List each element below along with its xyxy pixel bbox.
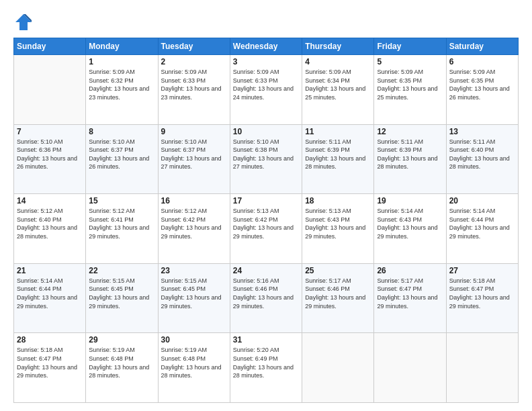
calendar-cell: 7Sunrise: 5:10 AMSunset: 6:36 PMDaylight… <box>14 124 86 194</box>
cell-sun-info: Sunrise: 5:13 AMSunset: 6:43 PMDaylight:… <box>305 207 371 240</box>
calendar-cell: 4Sunrise: 5:09 AMSunset: 6:34 PMDaylight… <box>302 55 374 125</box>
cell-sun-info: Sunrise: 5:09 AMSunset: 6:34 PMDaylight:… <box>305 68 371 101</box>
calendar-table: SundayMondayTuesdayWednesdayThursdayFrid… <box>13 38 519 403</box>
day-number: 13 <box>449 127 515 136</box>
calendar-cell: 24Sunrise: 5:16 AMSunset: 6:46 PMDayligh… <box>230 263 302 333</box>
calendar-cell: 20Sunrise: 5:14 AMSunset: 6:44 PMDayligh… <box>446 194 518 264</box>
calendar-week-row: 21Sunrise: 5:14 AMSunset: 6:44 PMDayligh… <box>14 263 519 333</box>
calendar-cell: 31Sunrise: 5:20 AMSunset: 6:49 PMDayligh… <box>230 333 302 403</box>
day-number: 11 <box>305 127 371 136</box>
day-number: 29 <box>89 335 154 345</box>
calendar-day-header: Tuesday <box>158 38 230 55</box>
cell-sun-info: Sunrise: 5:17 AMSunset: 6:47 PMDaylight:… <box>377 277 443 310</box>
svg-marker-0 <box>15 14 32 30</box>
calendar-day-header: Monday <box>86 38 158 55</box>
calendar-cell <box>374 333 446 403</box>
logo-icon <box>13 12 34 32</box>
day-number: 6 <box>449 57 515 66</box>
cell-sun-info: Sunrise: 5:13 AMSunset: 6:42 PMDaylight:… <box>233 207 299 240</box>
calendar-cell: 26Sunrise: 5:17 AMSunset: 6:47 PMDayligh… <box>374 263 446 333</box>
calendar-day-header: Friday <box>374 38 446 55</box>
cell-sun-info: Sunrise: 5:15 AMSunset: 6:45 PMDaylight:… <box>161 277 227 310</box>
calendar-cell: 29Sunrise: 5:19 AMSunset: 6:48 PMDayligh… <box>86 333 158 403</box>
day-number: 23 <box>161 266 227 275</box>
cell-sun-info: Sunrise: 5:09 AMSunset: 6:32 PMDaylight:… <box>89 68 154 101</box>
cell-sun-info: Sunrise: 5:15 AMSunset: 6:45 PMDaylight:… <box>89 277 154 310</box>
calendar-cell: 6Sunrise: 5:09 AMSunset: 6:35 PMDaylight… <box>446 55 518 125</box>
day-number: 16 <box>161 196 227 205</box>
day-number: 3 <box>233 57 299 66</box>
calendar-cell: 13Sunrise: 5:11 AMSunset: 6:40 PMDayligh… <box>446 124 518 194</box>
cell-sun-info: Sunrise: 5:19 AMSunset: 6:48 PMDaylight:… <box>89 346 154 379</box>
cell-sun-info: Sunrise: 5:11 AMSunset: 6:39 PMDaylight:… <box>377 138 443 171</box>
cell-sun-info: Sunrise: 5:17 AMSunset: 6:46 PMDaylight:… <box>305 277 371 310</box>
calendar-week-row: 1Sunrise: 5:09 AMSunset: 6:32 PMDaylight… <box>14 55 519 125</box>
cell-sun-info: Sunrise: 5:09 AMSunset: 6:33 PMDaylight:… <box>233 68 299 101</box>
calendar-cell: 15Sunrise: 5:12 AMSunset: 6:41 PMDayligh… <box>86 194 158 264</box>
calendar-day-header: Saturday <box>446 38 518 55</box>
calendar-cell: 16Sunrise: 5:12 AMSunset: 6:42 PMDayligh… <box>158 194 230 264</box>
page: SundayMondayTuesdayWednesdayThursdayFrid… <box>0 0 532 411</box>
cell-sun-info: Sunrise: 5:10 AMSunset: 6:37 PMDaylight:… <box>161 138 227 171</box>
calendar-cell: 9Sunrise: 5:10 AMSunset: 6:37 PMDaylight… <box>158 124 230 194</box>
calendar-week-row: 28Sunrise: 5:18 AMSunset: 6:47 PMDayligh… <box>14 333 519 403</box>
calendar-cell: 22Sunrise: 5:15 AMSunset: 6:45 PMDayligh… <box>86 263 158 333</box>
day-number: 12 <box>377 127 443 136</box>
cell-sun-info: Sunrise: 5:18 AMSunset: 6:47 PMDaylight:… <box>449 277 515 310</box>
day-number: 1 <box>89 57 154 66</box>
calendar-week-row: 14Sunrise: 5:12 AMSunset: 6:40 PMDayligh… <box>14 194 519 264</box>
cell-sun-info: Sunrise: 5:10 AMSunset: 6:37 PMDaylight:… <box>89 138 154 171</box>
cell-sun-info: Sunrise: 5:11 AMSunset: 6:39 PMDaylight:… <box>305 138 371 171</box>
calendar-cell: 27Sunrise: 5:18 AMSunset: 6:47 PMDayligh… <box>446 263 518 333</box>
calendar-cell: 10Sunrise: 5:10 AMSunset: 6:38 PMDayligh… <box>230 124 302 194</box>
day-number: 22 <box>89 266 154 275</box>
calendar-cell: 3Sunrise: 5:09 AMSunset: 6:33 PMDaylight… <box>230 55 302 125</box>
calendar-cell: 23Sunrise: 5:15 AMSunset: 6:45 PMDayligh… <box>158 263 230 333</box>
cell-sun-info: Sunrise: 5:20 AMSunset: 6:49 PMDaylight:… <box>233 346 299 379</box>
calendar-day-header: Wednesday <box>230 38 302 55</box>
cell-sun-info: Sunrise: 5:09 AMSunset: 6:33 PMDaylight:… <box>161 68 227 101</box>
calendar-day-header: Sunday <box>14 38 86 55</box>
calendar-cell <box>446 333 518 403</box>
day-number: 2 <box>161 57 227 66</box>
calendar-cell: 19Sunrise: 5:14 AMSunset: 6:43 PMDayligh… <box>374 194 446 264</box>
day-number: 5 <box>377 57 443 66</box>
cell-sun-info: Sunrise: 5:12 AMSunset: 6:41 PMDaylight:… <box>89 207 154 240</box>
cell-sun-info: Sunrise: 5:14 AMSunset: 6:44 PMDaylight:… <box>17 277 83 310</box>
day-number: 25 <box>305 266 371 275</box>
day-number: 30 <box>161 335 227 345</box>
day-number: 7 <box>17 127 83 136</box>
calendar-cell: 14Sunrise: 5:12 AMSunset: 6:40 PMDayligh… <box>14 194 86 264</box>
day-number: 14 <box>17 196 83 205</box>
day-number: 28 <box>17 335 83 345</box>
header <box>13 12 519 32</box>
day-number: 31 <box>233 335 299 345</box>
cell-sun-info: Sunrise: 5:09 AMSunset: 6:35 PMDaylight:… <box>449 68 515 101</box>
day-number: 9 <box>161 127 227 136</box>
cell-sun-info: Sunrise: 5:10 AMSunset: 6:36 PMDaylight:… <box>17 138 83 171</box>
day-number: 10 <box>233 127 299 136</box>
cell-sun-info: Sunrise: 5:19 AMSunset: 6:48 PMDaylight:… <box>161 346 227 379</box>
cell-sun-info: Sunrise: 5:16 AMSunset: 6:46 PMDaylight:… <box>233 277 299 310</box>
calendar-cell: 11Sunrise: 5:11 AMSunset: 6:39 PMDayligh… <box>302 124 374 194</box>
cell-sun-info: Sunrise: 5:12 AMSunset: 6:40 PMDaylight:… <box>17 207 83 240</box>
cell-sun-info: Sunrise: 5:12 AMSunset: 6:42 PMDaylight:… <box>161 207 227 240</box>
day-number: 24 <box>233 266 299 275</box>
day-number: 26 <box>377 266 443 275</box>
cell-sun-info: Sunrise: 5:11 AMSunset: 6:40 PMDaylight:… <box>449 138 515 171</box>
calendar-cell: 25Sunrise: 5:17 AMSunset: 6:46 PMDayligh… <box>302 263 374 333</box>
calendar-cell: 2Sunrise: 5:09 AMSunset: 6:33 PMDaylight… <box>158 55 230 125</box>
day-number: 8 <box>89 127 154 136</box>
calendar-cell <box>302 333 374 403</box>
calendar-cell: 21Sunrise: 5:14 AMSunset: 6:44 PMDayligh… <box>14 263 86 333</box>
calendar-header-row: SundayMondayTuesdayWednesdayThursdayFrid… <box>14 38 519 55</box>
day-number: 19 <box>377 196 443 205</box>
day-number: 15 <box>89 196 154 205</box>
cell-sun-info: Sunrise: 5:14 AMSunset: 6:44 PMDaylight:… <box>449 207 515 240</box>
calendar-cell: 17Sunrise: 5:13 AMSunset: 6:42 PMDayligh… <box>230 194 302 264</box>
calendar-cell: 8Sunrise: 5:10 AMSunset: 6:37 PMDaylight… <box>86 124 158 194</box>
cell-sun-info: Sunrise: 5:18 AMSunset: 6:47 PMDaylight:… <box>17 346 83 379</box>
day-number: 27 <box>449 266 515 275</box>
calendar-day-header: Thursday <box>302 38 374 55</box>
calendar-week-row: 7Sunrise: 5:10 AMSunset: 6:36 PMDaylight… <box>14 124 519 194</box>
